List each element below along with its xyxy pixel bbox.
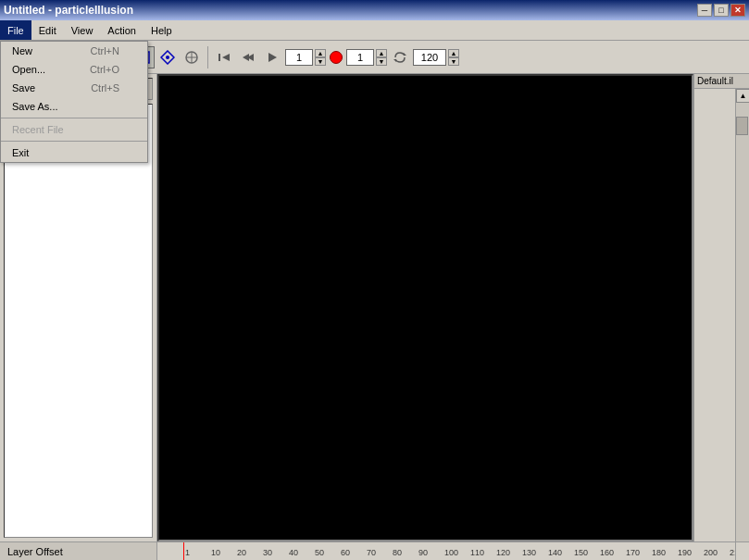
menu-saveas[interactable]: Save As... — [1, 97, 147, 116]
maximize-button[interactable]: □ — [714, 4, 729, 17]
menu-help[interactable]: Help — [144, 20, 180, 40]
svg-marker-15 — [268, 53, 277, 62]
canvas-wrapper — [157, 74, 693, 541]
emitter-label: Default.il — [694, 74, 749, 89]
ruler-mark: 10 — [211, 548, 220, 557]
menu-file[interactable]: File — [0, 20, 31, 40]
duration-down[interactable]: ▼ — [448, 57, 459, 66]
timeline-header-label: Layer Offset — [0, 542, 157, 560]
timeline-area: Layer Offset 110203040506070809010011012… — [0, 541, 749, 560]
ruler-mark: 210 — [730, 548, 735, 557]
menu-new[interactable]: New Ctrl+N — [1, 42, 147, 60]
close-button[interactable]: ✕ — [730, 4, 745, 17]
ruler-mark: 150 — [574, 548, 588, 557]
ruler-mark: 30 — [263, 548, 272, 557]
right-scrollbar[interactable]: ▲ ▼ — [735, 89, 749, 541]
menu-save[interactable]: Save Ctrl+S — [1, 79, 147, 97]
loop-spinner: ▲ ▼ — [376, 49, 387, 66]
file-dropdown: New Ctrl+N Open... Ctrl+O Save Ctrl+S Sa… — [0, 41, 148, 163]
ruler-mark: 90 — [418, 548, 428, 557]
ruler-mark: 170 — [626, 548, 640, 557]
ruler-mark: 130 — [522, 548, 536, 557]
ruler-right-scroll — [735, 542, 749, 560]
ruler-mark: 40 — [289, 548, 298, 557]
loop-field[interactable] — [346, 49, 374, 66]
minimize-button[interactable]: ─ — [697, 4, 712, 17]
frame-field[interactable]: 1 — [285, 49, 313, 66]
ruler-mark: 80 — [393, 548, 402, 557]
toolbar-sep2 — [207, 46, 208, 68]
duration-field[interactable] — [413, 49, 446, 66]
tool-node[interactable] — [156, 46, 179, 68]
record-button[interactable] — [330, 51, 343, 64]
ruler-mark: 20 — [237, 548, 246, 557]
ruler-mark: 180 — [652, 548, 666, 557]
scroll-up-arrow[interactable]: ▲ — [736, 89, 749, 103]
menu-sep2 — [1, 141, 147, 142]
ruler-mark: 1 — [185, 548, 190, 557]
frame-down[interactable]: ▼ — [315, 57, 326, 66]
play-button[interactable] — [261, 46, 283, 68]
timeline-ruler: 1102030405060708090100110120130140150160… — [157, 542, 735, 560]
ruler-mark: 160 — [600, 548, 614, 557]
svg-marker-11 — [218, 54, 220, 61]
title-bar: Untitled - particleIllusion ─ □ ✕ — [0, 0, 749, 20]
emitter-panel: Default.il ▲ ▼ — [693, 74, 749, 541]
menu-exit[interactable]: Exit — [1, 143, 147, 162]
play-prev-emitter[interactable] — [213, 46, 235, 68]
svg-point-7 — [166, 56, 169, 59]
ruler-mark: 110 — [470, 548, 484, 557]
ruler-mark: 200 — [704, 548, 718, 557]
menu-action[interactable]: Action — [100, 20, 144, 40]
scroll-thumb[interactable] — [736, 117, 748, 135]
ruler-mark: 60 — [341, 548, 350, 557]
duration-spinner: ▲ ▼ — [448, 49, 459, 66]
playhead-line — [183, 542, 184, 560]
right-panel: Default.il ▲ ▼ — [693, 74, 749, 541]
menu-edit[interactable]: Edit — [31, 20, 64, 40]
svg-marker-12 — [222, 54, 230, 61]
svg-marker-17 — [393, 59, 396, 62]
frame-up[interactable]: ▲ — [315, 49, 326, 57]
ruler-mark: 190 — [678, 548, 692, 557]
loop-down[interactable]: ▼ — [376, 57, 387, 66]
svg-marker-16 — [404, 53, 406, 56]
ruler-mark: 140 — [548, 548, 562, 557]
canvas[interactable] — [159, 76, 692, 540]
ruler-mark: 70 — [367, 548, 376, 557]
tool-extra[interactable] — [181, 46, 203, 68]
duration-up[interactable]: ▲ — [448, 49, 459, 57]
menu-bar: File Edit View Action Help New Ctrl+N Op… — [0, 20, 749, 41]
ruler-mark: 120 — [496, 548, 510, 557]
frame-spinner: ▲ ▼ — [315, 49, 326, 66]
loop-up[interactable]: ▲ — [376, 49, 387, 57]
ruler-mark: 100 — [444, 548, 458, 557]
menu-recentfile: Recent File — [1, 120, 147, 139]
loop-toggle[interactable] — [389, 46, 411, 68]
app-title: Untitled - particleIllusion — [4, 4, 133, 17]
menu-view[interactable]: View — [64, 20, 101, 40]
menu-open[interactable]: Open... Ctrl+O — [1, 60, 147, 79]
rewind-button[interactable] — [237, 46, 259, 68]
window-controls: ─ □ ✕ — [697, 4, 745, 17]
layer-tree[interactable]: ▼ ≡ Layer 0 ✛ Offset ✛ Angle — [4, 104, 153, 538]
ruler-mark: 50 — [315, 548, 324, 557]
menu-sep1 — [1, 118, 147, 118]
